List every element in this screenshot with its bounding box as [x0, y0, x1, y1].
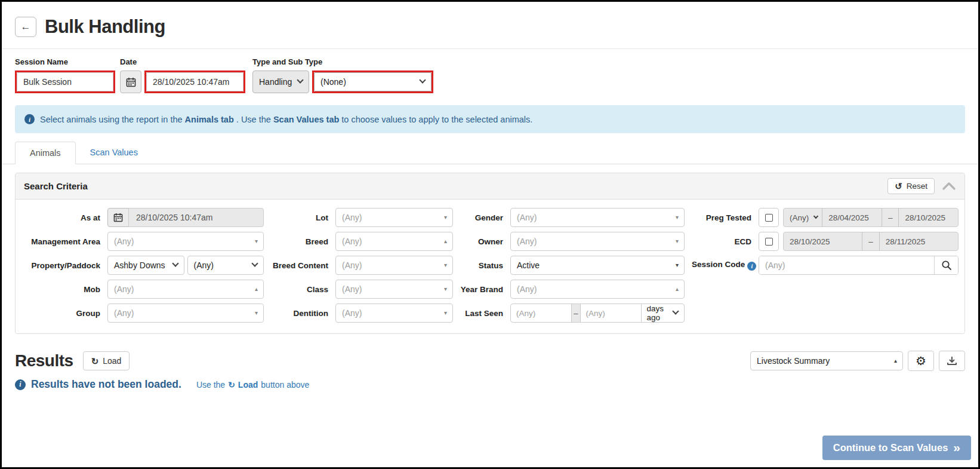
management-area-label: Management Area: [25, 237, 100, 246]
session-subtype-select[interactable]: (None): [314, 72, 432, 91]
session-name-group: Session Name: [15, 57, 115, 93]
dropdown-arrow-icon: ▾: [444, 309, 447, 316]
session-type-group: Type and Sub Type Handling (None): [252, 57, 433, 93]
chevron-down-icon: [297, 76, 303, 83]
reset-label: Reset: [907, 182, 927, 191]
session-date-input[interactable]: [146, 72, 244, 91]
group-select[interactable]: (Any) ▾: [107, 304, 264, 323]
preg-tested-to-date: 28/10/2025: [898, 209, 958, 226]
session-date-group: Date: [120, 57, 245, 93]
paddock-value: (Any): [194, 260, 214, 270]
mob-select[interactable]: (Any) ▴: [107, 280, 264, 299]
collapse-panel-button[interactable]: [942, 182, 956, 191]
property-select[interactable]: Ashby Downs: [107, 256, 184, 275]
lot-value: (Any): [342, 213, 362, 222]
property-value: Ashby Downs: [114, 260, 165, 270]
status-label: Status: [460, 261, 503, 270]
breed-select[interactable]: (Any) ▴: [335, 232, 453, 251]
search-icon: [941, 260, 952, 271]
status-value: Active: [517, 260, 540, 270]
as-at-label: As at: [25, 213, 100, 222]
load-button[interactable]: ↻ Load: [83, 351, 130, 370]
session-date-label: Date: [120, 57, 245, 66]
as-at-field: 28/10/2025 10:47am: [107, 208, 264, 227]
chevron-down-icon: [172, 260, 178, 266]
owner-select[interactable]: (Any) ▾: [510, 232, 685, 251]
range-separator: –: [862, 232, 879, 250]
property-paddock-label: Property/Paddock: [25, 261, 100, 270]
session-name-highlight: [15, 70, 115, 93]
year-brand-select[interactable]: (Any) ▴: [510, 280, 685, 299]
report-select[interactable]: Livestock Summary ▴: [750, 351, 903, 370]
dropdown-arrow-icon: ▴: [894, 357, 897, 364]
class-value: (Any): [342, 284, 362, 294]
settings-button[interactable]: ⚙: [908, 351, 934, 371]
ecd-from-date: 28/10/2025: [784, 232, 862, 250]
refresh-icon: ↻: [228, 381, 235, 389]
dropdown-arrow-icon: ▴: [676, 286, 679, 292]
gear-icon: ⚙: [916, 355, 926, 367]
dropdown-arrow-icon: ▾: [255, 309, 258, 316]
continue-label: Continue to Scan Values: [833, 442, 948, 453]
session-type-select[interactable]: Handling: [252, 70, 309, 93]
session-name-input[interactable]: [17, 72, 113, 91]
results-title: Results: [15, 351, 73, 370]
dropdown-arrow-icon: ▾: [676, 238, 679, 244]
search-criteria-header: Search Criteria ↺ Reset: [16, 173, 964, 200]
ecd-checkbox[interactable]: [759, 232, 779, 251]
year-brand-value: (Any): [517, 284, 537, 294]
management-area-select[interactable]: (Any) ▾: [107, 232, 264, 251]
continue-button[interactable]: Continue to Scan Values »: [822, 436, 971, 460]
breed-content-label: Breed Content: [271, 261, 328, 270]
session-code-search-button[interactable]: [934, 256, 958, 274]
class-select[interactable]: (Any) ▾: [335, 280, 453, 299]
download-button[interactable]: [939, 351, 965, 371]
dropdown-arrow-icon: ▴: [255, 286, 258, 292]
status-select[interactable]: Active ▾: [510, 256, 685, 275]
session-date-highlight: [144, 70, 245, 93]
back-button[interactable]: ←: [15, 17, 36, 37]
session-code-input[interactable]: [759, 256, 934, 274]
download-icon: [947, 355, 957, 366]
owner-label: Owner: [460, 237, 503, 246]
paddock-select[interactable]: (Any): [187, 256, 264, 275]
lot-label: Lot: [271, 213, 328, 222]
tab-scan-values[interactable]: Scan Values: [76, 142, 152, 164]
reset-button[interactable]: ↺ Reset: [887, 178, 935, 194]
preg-tested-type-select[interactable]: (Any): [784, 209, 822, 226]
breed-content-value: (Any): [342, 260, 362, 270]
last-seen-label: Last Seen: [460, 309, 503, 318]
dropdown-arrow-icon: ▾: [255, 238, 258, 244]
chevron-up-icon: [942, 182, 956, 191]
last-seen-from-input[interactable]: [510, 304, 572, 323]
management-area-value: (Any): [114, 237, 134, 246]
breed-label: Breed: [271, 237, 328, 246]
calendar-button[interactable]: [120, 70, 141, 93]
preg-tested-field: (Any) 28/04/2025 – 28/10/2025: [759, 208, 959, 227]
results-message-text: Results have not been loaded.: [31, 378, 181, 391]
session-type-label: Type and Sub Type: [252, 57, 433, 66]
last-seen-to-input[interactable]: [580, 304, 642, 323]
tab-animals[interactable]: Animals: [15, 142, 76, 164]
as-at-calendar-button[interactable]: [107, 208, 129, 227]
info-icon[interactable]: i: [747, 262, 756, 271]
lot-select[interactable]: (Any) ▾: [335, 208, 453, 227]
last-seen-unit-select[interactable]: days ago: [641, 304, 685, 323]
report-select-value: Livestock Summary: [757, 356, 830, 366]
preg-tested-checkbox[interactable]: [759, 208, 779, 227]
preg-tested-from-date: 28/04/2025: [822, 209, 882, 226]
back-arrow-icon: ←: [21, 21, 31, 33]
gender-select[interactable]: (Any) ▾: [510, 208, 685, 227]
breed-content-select[interactable]: (Any) ▾: [335, 256, 453, 275]
session-code-field: [759, 256, 959, 275]
chevron-down-icon: [813, 214, 818, 219]
info-icon: i: [15, 379, 26, 390]
mob-value: (Any): [114, 284, 134, 294]
year-brand-label: Year Brand: [460, 285, 503, 294]
session-subtype-highlight: (None): [312, 70, 433, 93]
dentition-select[interactable]: (Any) ▾: [335, 304, 453, 323]
calendar-icon: [113, 213, 123, 222]
search-criteria-body: As at 28/10/2025 10:47am L: [16, 200, 964, 333]
results-message: i Results have not been loaded. Use the …: [2, 378, 978, 391]
chevron-down-icon: [251, 260, 258, 266]
